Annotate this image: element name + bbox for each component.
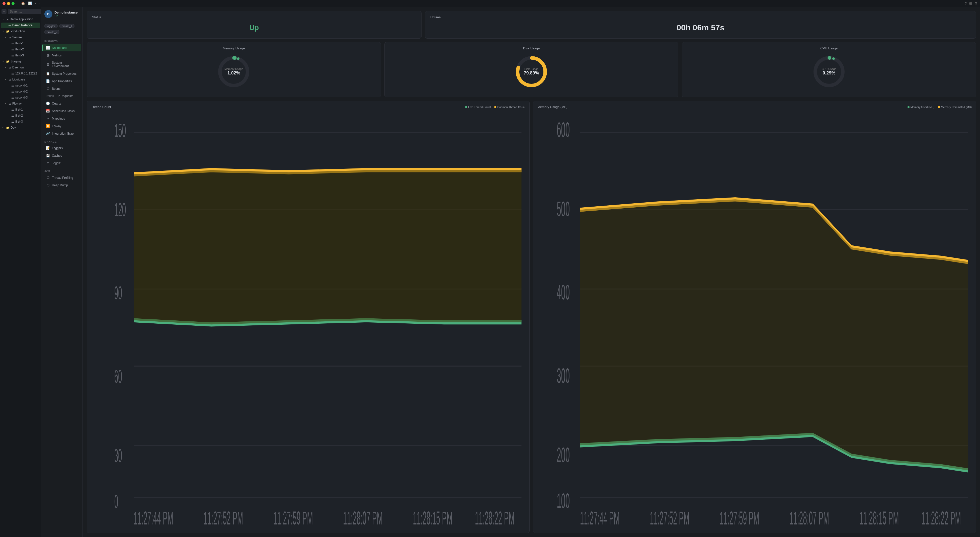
svg-text:11:28:07 PM: 11:28:07 PM [789,508,829,529]
nav-item-system-props[interactable]: 📋 System Properties [43,70,81,77]
search-input[interactable] [8,9,41,14]
memory-mb-title: Memory Usage (MB) [538,105,568,109]
instance-icon: ▬ [11,114,14,117]
sidebar-item-demo-instance[interactable]: ▬ Demo Instance [1,22,40,28]
settings-icon[interactable]: ⚙ [974,2,977,5]
add-instance-button[interactable]: + [2,9,6,14]
memory-mb-svg: 600 500 400 300 200 100 [538,112,972,529]
window-icon[interactable]: ⊡ [969,2,972,5]
svg-text:500: 500 [557,197,570,220]
sidebar-item-flyway[interactable]: ▾ ☁ Flyway [1,101,40,106]
chevron-down-icon: ▾ [5,102,8,105]
svg-text:11:28:22 PM: 11:28:22 PM [921,508,961,529]
nav-item-label: Metrics [52,54,78,57]
sidebar-item-second-3[interactable]: ▬ second-3 [1,95,40,100]
nav-item-dashboard[interactable]: 📊 Dashboard [42,44,81,51]
insights-section-label: INSIGHTS [41,37,83,44]
uptime-value: 00h 06m 57s [430,21,971,34]
nav-item-label: System Environment [52,61,78,68]
memory-donut-value: 1.02% [224,70,243,76]
svg-text:11:27:44 PM: 11:27:44 PM [134,508,173,529]
nav-item-integration-graph[interactable]: 🔗 Integration Graph [43,130,81,137]
nav-back-icon[interactable]: 🏠 [20,1,26,6]
sidebar-item-first-3[interactable]: ▬ first-3 [1,119,40,124]
sidebar-item-second-1[interactable]: ▬ second-1 [1,83,40,88]
tag-profile2[interactable]: profile_2 [45,30,59,34]
instance-icon: ▬ [11,54,14,57]
help-icon[interactable]: ? [965,2,967,5]
instance-panel: D Demo Instance Up togglez profile_1 pro… [41,7,83,537]
sidebar-item-label: Secure [12,36,39,39]
metrics-icon: ◎ [46,53,50,57]
instance-icon: ▬ [11,48,14,51]
tag-profile1[interactable]: profile_1 [59,24,74,28]
sidebar-item-first-1[interactable]: ▬ first-1 [1,107,40,112]
cloud-icon: ☁ [8,78,11,81]
instance-icon: ▬ [11,120,14,123]
nav-item-beans[interactable]: ⬡ Beans [43,85,81,92]
main-content: Status Up Uptime 00h 06m 57s Memory Usag… [83,7,980,537]
svg-text:11:27:52 PM: 11:27:52 PM [204,508,243,529]
togglz-icon: ⊙ [46,161,50,165]
sidebar-item-label: Daemon [12,66,39,69]
sidebar-item-demo-application[interactable]: ▾ ☁ Demo Application [1,17,40,22]
maximize-button[interactable] [11,2,14,5]
status-title: Status [92,15,416,19]
svg-text:90: 90 [115,283,122,303]
status-value: Up [92,21,416,34]
sidebar-item-label: first-2 [15,114,39,118]
chevron-down-icon: ▾ [3,18,5,21]
thread-count-title: Thread Count [91,105,111,109]
nav-item-label: Mappings [52,117,78,120]
instance-icon: ▬ [11,108,14,111]
nav-back-button[interactable]: ‹ [34,1,37,6]
chevron-right-icon: ▾ [3,30,5,33]
sidebar-item-third-3[interactable]: ▬ third-3 [1,52,40,58]
nav-item-flyway[interactable]: 🔀 Flyway [43,122,81,130]
nav-item-scheduled-tasks[interactable]: 📅 Scheduled Tasks [43,107,81,114]
sidebar-item-second-2[interactable]: ▬ second-2 [1,89,40,94]
status-card: Status Up [87,11,422,39]
tag-togglez[interactable]: togglez [45,24,58,28]
svg-text:400: 400 [557,281,570,304]
minimize-button[interactable] [7,2,10,5]
nav-item-thread-profiling[interactable]: ⬡ Thread Profiling [43,174,81,181]
chevron-down-icon: ▾ [3,60,5,63]
close-button[interactable] [3,2,6,5]
svg-point-5 [535,57,537,60]
instance-icon: ▬ [11,90,14,93]
legend-memory-committed: Memory Committed (MB) [941,106,972,108]
nav-item-mappings[interactable]: ↔ Mappings [43,115,81,122]
cloud-icon: ☁ [8,102,11,105]
sidebar-item-staging[interactable]: ▾ 📁 Staging [1,59,40,64]
nav-item-caches[interactable]: 💾 Caches [43,152,81,159]
sidebar-item-first-2[interactable]: ▬ first-2 [1,113,40,118]
nav-item-metrics[interactable]: ◎ Metrics [43,52,81,59]
sidebar-item-127ip[interactable]: ▬ 127.0.0.1:12222 [1,71,40,76]
nav-item-togglz[interactable]: ⊙ Togglz [43,159,81,167]
nav-item-quartz[interactable]: 🕐 Quartz [43,100,81,107]
nav-item-system-env[interactable]: 🖥 System Environment [43,59,81,70]
sidebar-item-dev[interactable]: ▸ 📁 Dev [1,125,40,130]
sidebar-item-secure[interactable]: ▾ ☁ Secure [1,35,40,40]
nav-item-label: Thread Profiling [52,176,78,180]
titlebar: 🏠 📊 ‹ › ? ⊡ ⚙ [0,0,980,7]
nav-item-loggers[interactable]: 📝 Loggers [43,145,81,152]
nav-forward-button[interactable]: › [38,1,41,6]
svg-text:11:27:59 PM: 11:27:59 PM [720,508,759,529]
sidebar-item-liquibase[interactable]: ▾ ☁ Liquibase [1,77,40,82]
svg-text:11:28:22 PM: 11:28:22 PM [475,508,515,529]
nav-chart-icon[interactable]: 📊 [27,1,33,6]
sidebar-item-daemon[interactable]: ▾ ☁ Daemon [1,65,40,70]
system-env-icon: 🖥 [46,63,50,67]
instance-icon: ▬ [11,42,14,45]
nav-item-http[interactable]: HTTP HTTP Requests [43,92,81,100]
sidebar-item-third-1[interactable]: ▬ third-1 [1,41,40,46]
memory-used-dot [908,106,910,108]
nav-item-heap-dump[interactable]: ⬡ Heap Dump [43,181,81,189]
nav-item-app-props[interactable]: 📄 App Properties [43,78,81,85]
chevron-down-icon: ▾ [5,66,8,69]
cpu-donut-value: 0.29% [822,70,836,76]
sidebar-item-third-2[interactable]: ▬ third-2 [1,47,40,52]
sidebar-item-production[interactable]: ▾ 📁 Production [1,29,40,34]
